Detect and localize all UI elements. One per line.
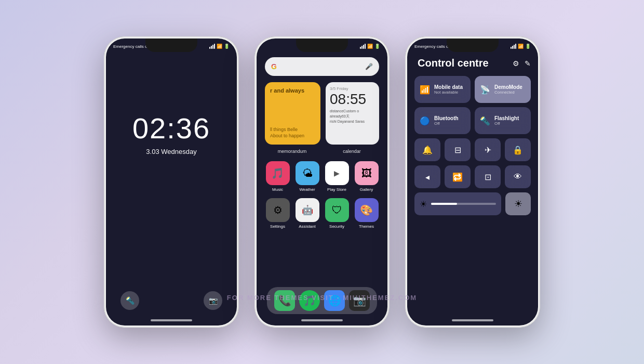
- bluetooth-icon: 🔵: [420, 116, 430, 126]
- brightness-icon: ☀: [420, 199, 427, 209]
- fullscreen-button[interactable]: ⊡: [475, 165, 501, 188]
- flashlight-ctrl-icon: 🔦: [480, 116, 490, 126]
- memo-line1: ll things Belle: [270, 126, 315, 133]
- app-assistant[interactable]: 🤖 Assistant: [294, 198, 320, 229]
- watermark: FOR MORE THEMES VISIT - MIUITHEMEZ.COM: [227, 294, 417, 302]
- app-music[interactable]: 🎵 Music: [265, 161, 290, 192]
- app-weather[interactable]: 🌤 Weather: [294, 161, 320, 192]
- bluetooth-sub: Off: [434, 121, 459, 126]
- small-controls-row1: 🔔 ⊟ ✈ 🔒: [414, 138, 531, 161]
- control-grid: 📶 Mobile data Not available 📡 DemoMode C…: [414, 76, 531, 215]
- memo-title: r and always: [270, 87, 315, 94]
- app-grid: 🎵 Music 🌤 Weather ▶ Play Store 🖼 Gallery…: [265, 161, 379, 229]
- signal-icon-2: [360, 44, 366, 49]
- app-settings[interactable]: ⚙ Settings: [265, 198, 290, 229]
- cal-date: 3/5 Friday: [330, 86, 375, 91]
- control-row-2: 🔵 Bluetooth Off 🔦 Flashlight Off: [414, 107, 531, 134]
- brightness-fill: [431, 203, 457, 205]
- lock-bottom-controls: 🔦 📷: [106, 291, 237, 310]
- app-label-settings: Settings: [270, 224, 285, 229]
- brightness-track: [431, 203, 496, 205]
- signal-icon: [209, 44, 215, 49]
- battery-icon-3: 🔋: [525, 44, 531, 49]
- emergency-text-3: Emergency calls o: [414, 44, 448, 49]
- app-playstore[interactable]: ▶ Play Store: [324, 161, 350, 192]
- demomode-label: DemoMode: [494, 84, 522, 90]
- flashlight-button[interactable]: 🔦 Flashlight Off: [475, 107, 531, 134]
- app-label-music: Music: [272, 187, 283, 192]
- app-gallery[interactable]: 🖼 Gallery: [354, 161, 379, 192]
- mobile-data-label: Mobile data: [434, 84, 463, 90]
- notch-3: [447, 38, 499, 52]
- lock-date: 3.03 Wednesday: [106, 148, 237, 155]
- camera-icon[interactable]: 📷: [204, 291, 222, 310]
- bluetooth-label: Bluetooth: [434, 115, 459, 121]
- flashlight-icon[interactable]: 🔦: [120, 291, 139, 310]
- mobile-data-sub: Not available: [434, 90, 463, 95]
- wifi-icon-2: 📶: [367, 44, 373, 49]
- app-label-security: Security: [329, 224, 344, 229]
- location-button[interactable]: ◂: [414, 165, 440, 188]
- mic-icon[interactable]: 🎤: [365, 63, 373, 70]
- cal-body: distanceCustom o already63天 rishi Dayana…: [330, 109, 375, 124]
- wifi-icon-3: 📶: [518, 44, 524, 49]
- lock-button[interactable]: 🔒: [505, 138, 531, 161]
- memo-label: memorandum: [265, 149, 319, 154]
- mobile-data-button[interactable]: 📶 Mobile data Not available: [414, 76, 471, 103]
- lock-time: 02:36: [106, 111, 237, 145]
- demomode-sub: Connected: [494, 90, 522, 95]
- app-label-weather: Weather: [299, 187, 315, 192]
- cc-settings-icons: ⚙ ✎: [513, 59, 531, 68]
- gear-icon[interactable]: ⚙: [513, 59, 519, 68]
- google-logo: G: [271, 62, 277, 71]
- phone-lockscreen: Emergency calls only 📶 🔋 02:36 3.03 Wedn…: [104, 36, 239, 328]
- sync-button[interactable]: 🔁: [445, 165, 471, 188]
- home-indicator-2[interactable]: [301, 319, 343, 321]
- notch-2: [296, 38, 348, 52]
- phone-controlcenter: Emergency calls o 📶 🔋 Control centre ⚙ ✎…: [405, 36, 540, 328]
- screen-record-button[interactable]: ⊟: [445, 138, 471, 161]
- eye-button[interactable]: 👁: [505, 165, 531, 188]
- slider-row: ☀ ☀: [414, 192, 531, 215]
- brightness-slider[interactable]: ☀: [414, 192, 501, 215]
- cal-line3: rishi Dayanand Saras: [330, 119, 375, 124]
- status-icons-2: 📶 🔋: [360, 44, 380, 49]
- google-search-bar[interactable]: G 🎤: [265, 57, 379, 76]
- cal-line2: already63天: [330, 114, 375, 119]
- app-security[interactable]: 🛡 Security: [324, 198, 350, 229]
- app-label-assistant: Assistant: [299, 224, 315, 229]
- memo-body: ll things Belle About to happen: [270, 126, 315, 139]
- calendar-widget[interactable]: 3/5 Friday 08:55 distanceCustom o alread…: [326, 82, 379, 145]
- airplane-button[interactable]: ✈: [475, 138, 501, 161]
- app-themes[interactable]: 🎨 Themes: [354, 198, 379, 229]
- bluetooth-button[interactable]: 🔵 Bluetooth Off: [414, 107, 471, 134]
- notification-button[interactable]: 🔔: [414, 138, 440, 161]
- mobile-data-icon: 📶: [420, 85, 430, 95]
- wifi-ctrl-icon: 📡: [480, 85, 490, 95]
- home-indicator-1[interactable]: [151, 319, 192, 321]
- widget-labels: memorandum calendar: [265, 149, 379, 154]
- battery-icon-2: 🔋: [374, 44, 380, 49]
- small-controls-row2: ◂ 🔁 ⊡ 👁: [414, 165, 531, 188]
- brightness-mini[interactable]: ☀: [505, 192, 531, 215]
- memo-line2: About to happen: [270, 133, 315, 139]
- control-centre-title: Control centre: [418, 57, 489, 69]
- flashlight-label: Flashlight: [494, 115, 519, 121]
- widgets-row: r and always ll things Belle About to ha…: [265, 82, 379, 145]
- home-indicator-3[interactable]: [452, 319, 493, 321]
- cal-line1: distanceCustom o: [330, 109, 375, 114]
- notch: [145, 38, 197, 52]
- phone-homescreen: 📶 🔋 G 🎤 r and always ll things Belle Abo…: [254, 36, 390, 328]
- demomode-button[interactable]: 📡 DemoMode Connected: [475, 76, 531, 103]
- edit-icon[interactable]: ✎: [525, 59, 531, 68]
- calendar-label: calendar: [325, 149, 379, 154]
- app-label-themes: Themes: [359, 224, 374, 229]
- control-row-1: 📶 Mobile data Not available 📡 DemoMode C…: [414, 76, 531, 103]
- wifi-icon: 📶: [217, 44, 222, 49]
- cal-time: 08:55: [330, 92, 375, 107]
- app-label-gallery: Gallery: [360, 187, 373, 192]
- flashlight-sub: Off: [494, 121, 519, 126]
- app-label-playstore: Play Store: [327, 187, 346, 192]
- memo-widget[interactable]: r and always ll things Belle About to ha…: [265, 82, 320, 145]
- battery-icon: 🔋: [224, 44, 230, 49]
